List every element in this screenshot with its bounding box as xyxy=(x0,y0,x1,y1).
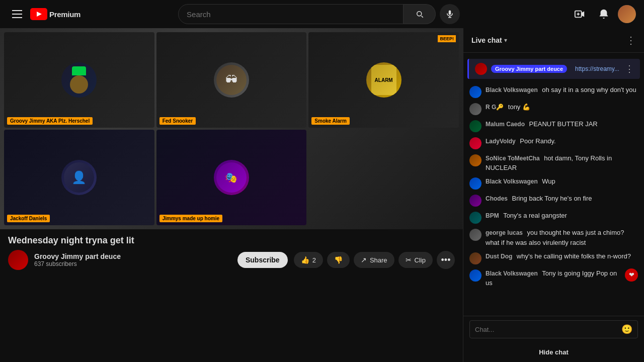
msg-avatar xyxy=(469,86,481,98)
msg-author: LadyVoldy xyxy=(486,138,516,145)
hide-chat-button[interactable]: Hide chat xyxy=(463,342,644,362)
chat-input[interactable] xyxy=(475,326,617,333)
chat-section: Live chat ▾ ⋮ Groovy Jimmy part deuce ht… xyxy=(463,28,644,362)
msg-text: Poor Randy. xyxy=(520,137,555,145)
video-info: Wednesday night tryna get lit Groovy Jim… xyxy=(0,229,463,274)
video-cell-2[interactable]: 🕶 Fed Snooker xyxy=(156,32,307,128)
clip-icon: ✂ xyxy=(406,256,412,264)
msg-text: PEANUT BUTTER JAR xyxy=(529,120,597,128)
list-item: Black Volkswagen oh say it in a song why… xyxy=(463,83,644,100)
msg-text: Bring back Tony he's on fire xyxy=(512,195,592,202)
microphone-button[interactable] xyxy=(440,4,460,24)
msg-content: LadyVoldy Poor Randy. xyxy=(486,136,638,146)
participant-avatar-5: 🎭 xyxy=(214,160,249,195)
search-button[interactable] xyxy=(404,4,436,24)
msg-avatar xyxy=(469,212,481,224)
logo-text: Premium xyxy=(49,10,80,19)
pinned-link[interactable]: https://streamy... xyxy=(575,65,619,72)
msg-content: Black Volkswagen Tony is going Iggy Pop … xyxy=(486,268,621,288)
list-item: SoNice ToMeetCha hot damn, Tony Rolls in… xyxy=(463,151,644,174)
dislike-button[interactable]: 👎 xyxy=(327,252,350,268)
channel-subscriber-count: 637 subscribers xyxy=(34,260,231,267)
more-options-button[interactable]: ••• xyxy=(437,251,455,269)
list-item: Chodes Bring back Tony he's on fire xyxy=(463,192,644,209)
msg-content: BPM Tony's a real gangster xyxy=(486,211,638,220)
chevron-down-icon: ▾ xyxy=(504,37,507,44)
share-label: Share xyxy=(370,256,387,264)
video-title: Wednesday night tryna get lit xyxy=(8,235,455,246)
share-icon: ↗ xyxy=(361,256,367,264)
video-cell-1[interactable]: Groovy Jimmy AKA Plz. Herschel xyxy=(4,32,154,128)
chat-title-area: Live chat ▾ xyxy=(471,36,507,44)
msg-avatar xyxy=(469,154,481,166)
video-player[interactable]: Groovy Jimmy AKA Plz. Herschel 🕶 Fed Sno… xyxy=(0,28,463,229)
bell-icon xyxy=(598,9,609,20)
chat-input-row: 🙂 xyxy=(469,320,638,338)
chat-input-area: 🙂 xyxy=(463,316,644,342)
cell-label-1: Groovy Jimmy AKA Plz. Herschel xyxy=(7,117,93,125)
msg-content: Black Volkswagen Wup xyxy=(486,176,638,186)
msg-author: Malum Caedo xyxy=(486,121,525,128)
video-background: Groovy Jimmy AKA Plz. Herschel 🕶 Fed Sno… xyxy=(0,28,463,229)
subscribe-button[interactable]: Subscribe xyxy=(237,252,288,268)
main-layout: Groovy Jimmy AKA Plz. Herschel 🕶 Fed Sno… xyxy=(0,28,644,362)
msg-avatar xyxy=(469,229,481,241)
msg-author: Chodes xyxy=(486,195,508,202)
video-cell-3[interactable]: ALARM Smoke Alarm BEEP! xyxy=(308,32,459,128)
channel-avatar xyxy=(8,250,28,270)
action-buttons: 👍 2 👎 ↗ Share ✂ Clip ••• xyxy=(294,251,455,269)
create-button[interactable] xyxy=(570,4,590,24)
account-button[interactable] xyxy=(618,5,636,23)
share-button[interactable]: ↗ Share xyxy=(354,252,394,268)
thumbs-down-icon: 👎 xyxy=(334,256,343,264)
msg-avatar xyxy=(469,103,481,115)
clip-button[interactable]: ✂ Clip xyxy=(398,252,433,268)
search-area xyxy=(178,4,460,24)
logo-area: Premium xyxy=(30,8,80,20)
msg-avatar xyxy=(469,177,481,190)
chat-more-button[interactable]: ⋮ xyxy=(626,34,636,46)
video-cell-5[interactable]: 🎭 Jimmys made up homie xyxy=(156,130,307,225)
msg-avatar xyxy=(469,137,481,149)
pinned-more-button[interactable]: ⋮ xyxy=(625,63,634,74)
video-grid: Groovy Jimmy AKA Plz. Herschel 🕶 Fed Sno… xyxy=(0,28,463,229)
msg-author: SoNice ToMeetCha xyxy=(486,155,540,162)
clip-label: Clip xyxy=(415,256,426,264)
notifications-button[interactable] xyxy=(594,4,614,24)
msg-content: Malum Caedo PEANUT BUTTER JAR xyxy=(486,119,638,129)
search-icon xyxy=(415,10,424,19)
pinned-avatar xyxy=(475,63,487,75)
list-item: george lucas you thought he was just a c… xyxy=(463,226,644,249)
channel-name[interactable]: Groovy Jimmy part deuce xyxy=(34,252,231,260)
list-item: Dust Dog why's he calling white folks th… xyxy=(463,249,644,266)
right-actions xyxy=(570,4,636,24)
list-item: Malum Caedo PEANUT BUTTER JAR xyxy=(463,117,644,134)
list-item: BPM Tony's a real gangster xyxy=(463,209,644,226)
cell-label-5: Jimmys made up homie xyxy=(159,215,222,222)
cell-label-4: Jackoff Daniels xyxy=(7,215,50,222)
thumbs-up-icon: 👍 xyxy=(301,256,309,264)
search-bar xyxy=(178,4,404,24)
chat-header: Live chat ▾ ⋮ xyxy=(463,28,644,53)
video-cell-4[interactable]: 👤 Jackoff Daniels xyxy=(4,130,154,225)
msg-author: R G🔑 xyxy=(486,104,504,111)
search-input[interactable] xyxy=(179,10,403,19)
chat-messages[interactable]: Groovy Jimmy part deuce https://streamy.… xyxy=(463,53,644,316)
pinned-message: Groovy Jimmy part deuce https://streamy.… xyxy=(467,59,640,79)
msg-text: oh say it in a song why don't you xyxy=(542,86,636,94)
msg-author: george lucas xyxy=(486,229,523,236)
emoji-button[interactable]: 🙂 xyxy=(621,324,632,335)
msg-content: Black Volkswagen oh say it in a song why… xyxy=(486,85,638,95)
msg-content: george lucas you thought he was just a c… xyxy=(486,228,638,247)
youtube-logo-icon xyxy=(30,8,47,20)
msg-author: Black Volkswagen xyxy=(486,86,538,94)
participant-avatar-1 xyxy=(61,62,97,98)
msg-content: Dust Dog why's he calling white folks th… xyxy=(486,251,638,261)
menu-button[interactable] xyxy=(8,6,26,22)
cell-label-2: Fed Snooker xyxy=(159,117,196,125)
like-count: 2 xyxy=(312,256,316,264)
participant-avatar-2: 🕶 xyxy=(214,62,249,98)
msg-author: Dust Dog xyxy=(486,253,512,260)
svg-rect-2 xyxy=(449,11,451,15)
like-button[interactable]: 👍 2 xyxy=(294,252,323,268)
